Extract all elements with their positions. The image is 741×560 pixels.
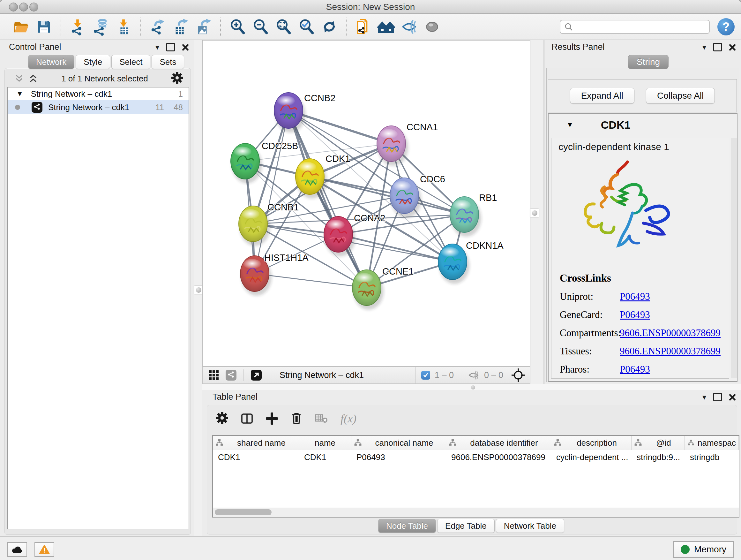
- search-input[interactable]: [576, 21, 709, 32]
- gene-card-header[interactable]: ▼ CDK1: [549, 114, 737, 136]
- tab-sets[interactable]: Sets: [151, 55, 184, 69]
- column-header-@id[interactable]: @id: [631, 436, 685, 450]
- table-cell[interactable]: P06493: [351, 452, 446, 462]
- close-panel-icon[interactable]: [729, 394, 736, 401]
- float-panel-icon[interactable]: [713, 43, 722, 51]
- tab-network[interactable]: Network: [28, 55, 74, 69]
- tab-select[interactable]: Select: [111, 55, 150, 69]
- table-cell[interactable]: cyclin-dependent ...: [551, 452, 631, 462]
- create-column-icon[interactable]: [266, 413, 278, 425]
- import-table-icon[interactable]: [114, 17, 133, 37]
- main-toolbar: ?: [0, 14, 741, 40]
- open-in-navigator-icon[interactable]: [251, 370, 262, 381]
- cloud-status-button[interactable]: [7, 542, 27, 557]
- table-options-gear-icon[interactable]: [216, 412, 228, 425]
- table-cell[interactable]: CDK1: [299, 452, 351, 462]
- crosslink-link-3[interactable]: 9606.ENSP00000378699: [620, 346, 721, 357]
- zoom-in-icon[interactable]: [228, 17, 247, 37]
- network-node-CCNE1[interactable]: [352, 270, 384, 310]
- node-table-panel: f(x) shared namenamecanonical namedataba…: [207, 405, 737, 535]
- expand-all-button[interactable]: Expand All: [570, 88, 634, 104]
- column-header-description[interactable]: description: [551, 436, 631, 450]
- warnings-button[interactable]: [35, 542, 54, 557]
- gene-expand-icon[interactable]: ▼: [566, 121, 574, 129]
- tab-string[interactable]: String: [628, 55, 669, 69]
- gene-card-scrollbar[interactable]: [731, 138, 737, 378]
- eye-icon[interactable]: [422, 17, 442, 37]
- network-node-CCNB1[interactable]: [239, 206, 270, 246]
- network-node-CDKN1A[interactable]: [438, 244, 469, 284]
- close-panel-icon[interactable]: [182, 44, 189, 51]
- crosslink-link-2[interactable]: 9606.ENSP00000378699: [620, 327, 721, 339]
- zoom-fit-icon[interactable]: [274, 17, 293, 37]
- network-node-CDC6[interactable]: [390, 178, 421, 218]
- hide-glass-icon[interactable]: [400, 17, 419, 37]
- network-node-CCNA2[interactable]: [324, 216, 355, 256]
- zoom-out-icon[interactable]: [251, 17, 270, 37]
- column-header-shared-name[interactable]: shared name: [213, 436, 299, 450]
- stringify-network-icon[interactable]: [354, 17, 373, 37]
- close-panel-icon[interactable]: [729, 44, 736, 51]
- column-header-canonical-name[interactable]: canonical name: [351, 436, 446, 450]
- apply-layout-icon[interactable]: [320, 17, 339, 37]
- expand-all-icon[interactable]: [28, 74, 38, 83]
- crosslink-link-4[interactable]: P06493: [620, 364, 650, 375]
- collapse-panel-icon[interactable]: ▾: [155, 44, 159, 51]
- collapse-panel-icon[interactable]: ▾: [702, 393, 706, 401]
- network-node-CDC25B[interactable]: [231, 143, 262, 183]
- horizontal-splitter-handle[interactable]: [471, 385, 475, 389]
- left-splitter[interactable]: [194, 40, 203, 537]
- crosslink-link-0[interactable]: P06493: [620, 291, 650, 302]
- float-panel-icon[interactable]: [166, 43, 175, 51]
- network-node-CCNB2[interactable]: [274, 92, 306, 132]
- show-columns-icon[interactable]: [241, 413, 253, 425]
- table-cell[interactable]: stringdb:9...: [631, 452, 685, 462]
- zoom-selected-icon[interactable]: [297, 17, 316, 37]
- scrollbar-thumb[interactable]: [215, 509, 272, 515]
- collection-expand-icon[interactable]: ▼: [16, 90, 23, 98]
- export-table-icon[interactable]: [171, 17, 190, 37]
- network-row-selected[interactable]: String Network – cdk1 11 48: [8, 100, 189, 114]
- network-options-gear-icon[interactable]: [172, 72, 183, 85]
- grid-view-icon[interactable]: [208, 370, 219, 381]
- memory-button[interactable]: Memory: [673, 541, 734, 558]
- hidden-counts: 0 – 0: [484, 370, 503, 380]
- tab-node-table[interactable]: Node Table: [378, 519, 436, 533]
- network-canvas[interactable]: CCNB2CCNA1CDC25BCDK1CDC6RB1CCNB1CCNA2CDK…: [202, 40, 530, 367]
- export-network-icon[interactable]: [148, 17, 167, 37]
- collapse-all-button[interactable]: Collapse All: [646, 88, 715, 104]
- tab-network-table[interactable]: Network Table: [496, 519, 564, 533]
- left-splitter-handle[interactable]: [194, 286, 203, 294]
- table-row[interactable]: CDK1CDK1P064939606.ENSP00000378699cyclin…: [213, 450, 739, 464]
- tab-style[interactable]: Style: [76, 55, 110, 69]
- column-header-namespac[interactable]: namespac: [685, 436, 739, 450]
- string-badge-icon[interactable]: [226, 370, 237, 381]
- column-header-name[interactable]: name: [299, 436, 351, 450]
- float-panel-icon[interactable]: [713, 393, 722, 401]
- tab-edge-table[interactable]: Edge Table: [437, 519, 495, 533]
- help-icon[interactable]: ?: [718, 18, 735, 36]
- collapse-all-icon[interactable]: [14, 74, 24, 83]
- string-home-icon[interactable]: [377, 17, 396, 37]
- collapse-panel-icon[interactable]: ▾: [702, 44, 706, 51]
- table-cell[interactable]: 9606.ENSP00000378699: [446, 452, 551, 462]
- right-splitter[interactable]: [530, 40, 544, 384]
- table-cell[interactable]: stringdb: [685, 452, 739, 462]
- table-horizontal-scrollbar[interactable]: [213, 508, 739, 517]
- save-session-icon[interactable]: [35, 17, 54, 37]
- network-collection-row[interactable]: ▼ String Network – cdk1 1: [8, 87, 189, 100]
- delete-column-icon[interactable]: [291, 412, 302, 425]
- crosslink-link-1[interactable]: P06493: [620, 309, 650, 320]
- export-image-icon[interactable]: [194, 17, 213, 37]
- birds-eye-view-icon[interactable]: [511, 368, 526, 382]
- column-header-database-identifier[interactable]: database identifier: [446, 436, 551, 450]
- horizontal-splitter[interactable]: [202, 384, 741, 391]
- network-view-toolbar: String Network – cdk1 1 – 0 0 – 0: [202, 367, 530, 384]
- selected-checkbox-icon[interactable]: [421, 371, 430, 380]
- network-node-RB1[interactable]: [450, 197, 481, 237]
- table-cell[interactable]: CDK1: [213, 452, 299, 462]
- open-session-icon[interactable]: [11, 17, 30, 37]
- import-network-from-database-icon[interactable]: [91, 17, 111, 37]
- right-splitter-handle[interactable]: [530, 209, 539, 217]
- import-network-icon[interactable]: [68, 17, 87, 37]
